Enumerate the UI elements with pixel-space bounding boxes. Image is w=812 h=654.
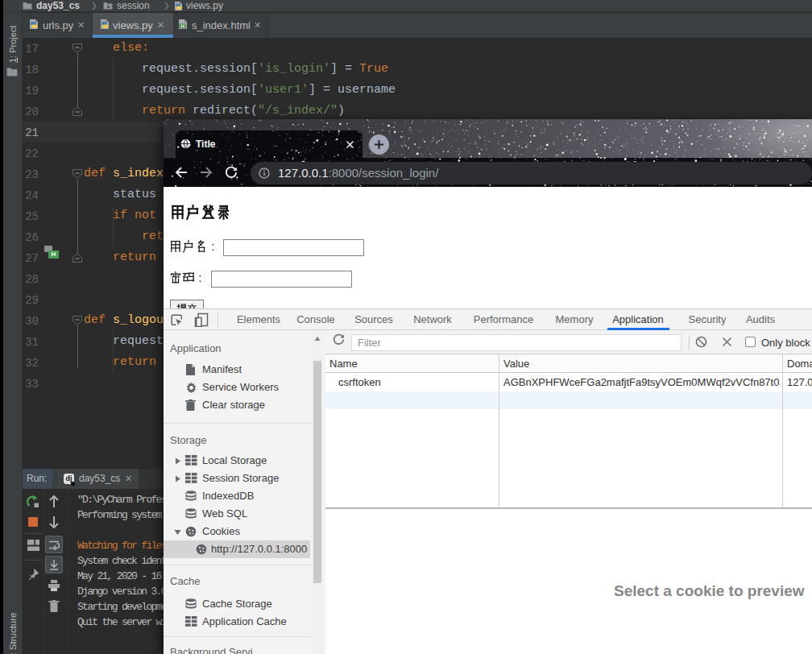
svg-text:H: H xyxy=(180,23,184,29)
